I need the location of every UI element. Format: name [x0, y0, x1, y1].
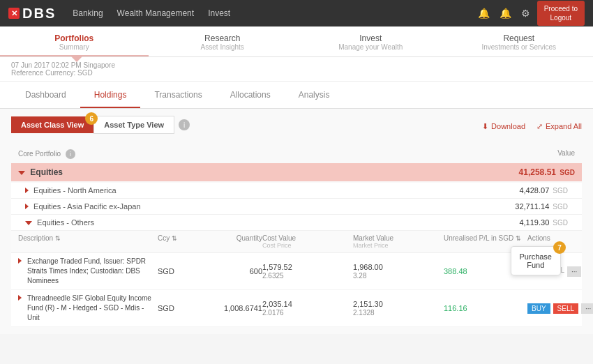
col-market: Market Value Market Price [353, 234, 444, 249]
nav-icons: 🔔 🔔 ⚙ [478, 8, 530, 19]
logo-dbs: DBS [22, 6, 56, 22]
asset-class-view-button[interactable]: Asset Class View [11, 116, 93, 133]
asset-type-view-button[interactable]: Asset Type View [93, 116, 174, 134]
row2-sell-button[interactable]: SELL [553, 303, 578, 314]
tabs: Dashboard Holdings Transactions Allocati… [0, 82, 593, 109]
nav-invest[interactable]: Invest [208, 8, 230, 18]
col-cost: Cost Value Cost Price [262, 234, 353, 249]
row2-buy-button[interactable]: BUY [527, 303, 550, 314]
expand-icon: ⤢ [536, 122, 543, 131]
equities-value: 41,258.51 SGD [519, 167, 575, 177]
logo-x-icon: ✕ [8, 8, 20, 19]
row2-description: Threadneedle SIF Global Equity Income Fu… [27, 294, 158, 323]
row2-unrealised: 116.16 [444, 304, 527, 312]
top-nav: ✕ DBS Banking Wealth Management Invest 🔔… [0, 0, 593, 26]
download-icon: ⬇ [482, 122, 488, 131]
row2-more-button[interactable]: ··· [581, 303, 593, 314]
tab-dashboard[interactable]: Dashboard [11, 82, 80, 108]
row1-market: 1,968.00 3.28 [353, 263, 444, 280]
expand-all-button[interactable]: ⤢ Expand All [536, 122, 582, 131]
core-portfolio-info-icon[interactable]: i [66, 149, 75, 159]
equities-others-value: 4,119.30 SGD [519, 218, 568, 227]
sec-nav-research[interactable]: Research Asset Insights [149, 26, 297, 56]
equities-section[interactable]: Equities 41,258.51 SGD [11, 163, 582, 181]
row1-desc-cell: Exchange Traded Fund, Issuer: SPDR Strai… [18, 257, 158, 286]
row2-ccy: SGD [158, 304, 193, 312]
alert-icon[interactable]: 🔔 [500, 8, 511, 19]
secondary-nav: Portfolios Summary Research Asset Insigh… [0, 26, 593, 57]
tab-allocations[interactable]: Allocations [216, 82, 285, 108]
proceed-logout-button[interactable]: Proceed to Logout [537, 1, 585, 26]
equities-na-value: 4,428.07 SGD [519, 186, 568, 195]
logo-area: ✕ DBS [8, 6, 56, 22]
download-button[interactable]: ⬇ Download [482, 122, 525, 131]
col-quantity: Quantity [193, 234, 262, 249]
equities-na-row[interactable]: Equities - North America 4,428.07 SGD [11, 183, 582, 199]
row1-more-button[interactable]: ··· [567, 266, 581, 277]
row2-market: 2,151.30 2.1328 [353, 300, 444, 317]
equities-expand-icon [18, 171, 25, 175]
purchase-fund-label: PurchaseFund [520, 252, 552, 269]
toggle-wrapper: Asset Class View 6 [11, 116, 93, 133]
sec-nav-portfolios[interactable]: Portfolios Summary [0, 26, 149, 56]
core-portfolio-label: Core Portfolio i [18, 149, 75, 159]
row2-actions: BUY SELL ··· [527, 303, 583, 314]
nav-banking[interactable]: Banking [73, 8, 103, 18]
tab-analysis[interactable]: Analysis [285, 82, 344, 108]
row1-ccy: SGD [158, 267, 193, 275]
info-icon[interactable]: i [179, 119, 190, 130]
na-expand-icon [25, 188, 29, 193]
tab-transactions[interactable]: Transactions [140, 82, 216, 108]
nav-links: Banking Wealth Management Invest [73, 8, 477, 18]
row2-desc-cell: Threadneedle SIF Global Equity Income Fu… [18, 294, 158, 323]
table-row: Threadneedle SIF Global Equity Income Fu… [11, 290, 582, 327]
badge-7: 7 [553, 241, 566, 254]
equities-ap-row[interactable]: Equities - Asia Pacific ex-Japan 32,711.… [11, 199, 582, 215]
bell-icon[interactable]: 🔔 [478, 8, 490, 19]
row2-expand-icon [18, 295, 22, 301]
row1-description: Exchange Traded Fund, Issuer: SPDR Strai… [27, 257, 158, 286]
row1-expand-icon [18, 258, 22, 264]
col-ccy: Ccy ⇅ [158, 234, 193, 249]
row1-cost: 1,579.52 2.6325 [262, 263, 353, 280]
col-headers: Description ⇅ Ccy ⇅ Quantity Cost Value … [11, 231, 582, 253]
purchase-fund-popup: PurchaseFund 7 [511, 246, 561, 275]
table-row: Exchange Traded Fund, Issuer: SPDR Strai… [11, 253, 582, 290]
date-info: 07 Jun 2017 02:02 PM Singapore Reference… [0, 57, 593, 82]
nav-arrow [71, 56, 82, 62]
content-area: Asset Class View 6 Asset Type View i ⬇ D… [0, 109, 593, 334]
toolbar: ⬇ Download ⤢ Expand All [482, 122, 582, 131]
row2-cost: 2,035.14 2.0176 [262, 300, 353, 317]
row2-quantity: 1,008.6741 [193, 304, 262, 312]
table-header-row: Core Portfolio i Value [11, 146, 582, 162]
sec-nav-request[interactable]: Request Investments or Services [445, 26, 594, 56]
equities-others-row[interactable]: Equities - Others 4,119.30 SGD [11, 215, 582, 231]
view-toggle: Asset Class View 6 Asset Type View i [11, 116, 190, 134]
sec-nav-invest[interactable]: Invest Manage your Wealth [296, 26, 445, 56]
ap-expand-icon [25, 204, 29, 209]
tab-holdings[interactable]: Holdings [80, 82, 141, 108]
col-description: Description ⇅ [18, 234, 158, 249]
equities-ap-value: 32,711.14 SGD [515, 202, 568, 211]
others-expand-icon [25, 221, 32, 225]
gear-icon[interactable]: ⚙ [521, 8, 530, 19]
row1-quantity: 600 [193, 267, 262, 275]
nav-wealth[interactable]: Wealth Management [117, 8, 195, 18]
